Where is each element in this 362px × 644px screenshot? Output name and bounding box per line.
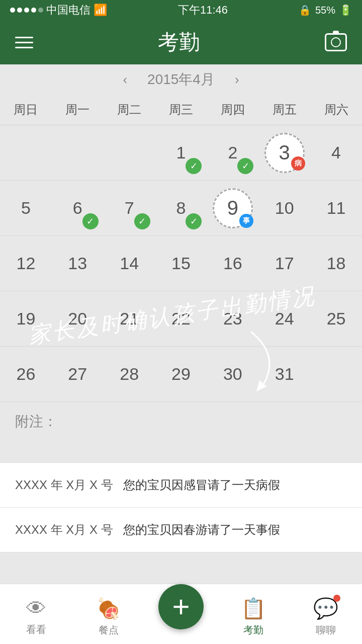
cal-day-24[interactable]: 24 [258, 291, 310, 347]
cal-day-7[interactable]: 7 ✓ [104, 181, 155, 236]
annotation-area: 附注： [0, 402, 362, 462]
cal-day-31[interactable]: 31 [258, 347, 310, 402]
cal-day-20[interactable]: 20 [52, 291, 104, 347]
date-circle-3: 3 病 [264, 133, 305, 173]
cal-day-10[interactable]: 10 [258, 181, 310, 236]
cal-day-27[interactable]: 27 [52, 347, 104, 402]
cal-day-17[interactable]: 17 [258, 236, 310, 291]
dot4 [31, 8, 36, 13]
weekday-tue: 周二 [104, 95, 155, 125]
prev-month-button[interactable]: ‹ [123, 72, 127, 88]
carrier-label: 中国电信 [46, 3, 90, 18]
menu-line-3 [15, 47, 33, 48]
cal-day-8[interactable]: 8 ✓ [155, 181, 207, 236]
weekday-sat: 周六 [310, 95, 362, 125]
dot3 [24, 8, 29, 13]
attendance-icon: 📋 [241, 597, 266, 620]
battery-icon: 🔋 [339, 4, 352, 16]
check-badge-7: ✓ [134, 213, 150, 229]
cal-cell-empty [104, 125, 155, 181]
nav-item-meal[interactable]: 🍖 餐点 [72, 592, 145, 637]
cal-cell-empty [0, 125, 52, 181]
menu-line-2 [15, 42, 33, 43]
weekday-mon: 周一 [52, 95, 104, 125]
nav-label-meal: 餐点 [99, 623, 119, 637]
nav-label-attendance: 考勤 [243, 623, 263, 637]
cal-day-30[interactable]: 30 [207, 347, 258, 402]
cal-cell-empty-end [310, 347, 362, 402]
menu-line-1 [15, 37, 33, 38]
weekday-thu: 周四 [207, 95, 258, 125]
chat-badge [333, 595, 340, 602]
nav-label-chat: 聊聊 [316, 623, 336, 637]
calendar-weekdays: 周日 周一 周二 周三 周四 周五 周六 [0, 95, 362, 125]
nav-label-look: 看看 [26, 623, 46, 636]
cal-day-18[interactable]: 18 [310, 236, 362, 291]
annotation-label: 附注： [15, 414, 57, 429]
cal-day-12[interactable]: 12 [0, 236, 52, 291]
cal-day-13[interactable]: 13 [52, 236, 104, 291]
dot2 [17, 8, 22, 13]
cal-day-9[interactable]: 9 事 [207, 181, 258, 236]
add-button[interactable]: + [158, 584, 204, 629]
cal-day-28[interactable]: 28 [104, 347, 155, 402]
menu-button[interactable] [15, 37, 33, 48]
notice-date-1: XXXX 年 X月 X 号 [15, 477, 113, 493]
calendar: 周日 周一 周二 周三 周四 周五 周六 1 ✓ 2 ✓ 3 病 4 [0, 95, 362, 402]
cal-day-23[interactable]: 23 [207, 291, 258, 347]
dot5 [38, 8, 43, 13]
date-circle-9: 9 事 [213, 188, 253, 228]
camera-icon[interactable] [325, 33, 347, 51]
wifi-icon: 📶 [94, 4, 107, 17]
cal-cell-empty [52, 125, 104, 181]
notice-date-2: XXXX 年 X月 X 号 [15, 522, 113, 538]
battery-label: 55% [315, 5, 335, 16]
meal-icon: 🍖 [96, 597, 121, 620]
cal-day-15[interactable]: 15 [155, 236, 207, 291]
cal-day-11[interactable]: 11 [310, 181, 362, 236]
cal-day-21[interactable]: 21 [104, 291, 155, 347]
time-display: 下午11:46 [178, 3, 228, 18]
page-title: 考勤 [158, 28, 200, 56]
cal-day-22[interactable]: 22 [155, 291, 207, 347]
dot1 [10, 8, 15, 13]
calendar-month-title: 2015年4月 [147, 70, 215, 89]
nav-item-look[interactable]: 👁 看看 [0, 592, 72, 636]
cal-day-4[interactable]: 4 [310, 125, 362, 181]
cal-day-6[interactable]: 6 ✓ [52, 181, 104, 236]
status-bar: 中国电信 📶 下午11:46 🔒 55% 🔋 [0, 0, 362, 20]
check-badge-2: ✓ [237, 158, 253, 174]
next-month-button[interactable]: › [235, 72, 239, 88]
cal-day-5[interactable]: 5 [0, 181, 52, 236]
sick-badge: 病 [291, 156, 305, 171]
header: 考勤 [0, 20, 362, 64]
cal-day-1[interactable]: 1 ✓ [155, 125, 207, 181]
cal-day-3[interactable]: 3 病 [258, 125, 310, 181]
cal-day-14[interactable]: 14 [104, 236, 155, 291]
chat-icon-wrapper: 💬 [313, 597, 338, 620]
cal-day-19[interactable]: 19 [0, 291, 52, 347]
status-right: 🔒 55% 🔋 [299, 4, 352, 16]
event-badge: 事 [239, 214, 253, 228]
notice-item-1[interactable]: XXXX 年 X月 X 号 您的宝贝因感冒请了一天病假 [0, 463, 362, 508]
cal-day-2[interactable]: 2 ✓ [207, 125, 258, 181]
nav-item-chat[interactable]: 💬 聊聊 [290, 592, 362, 637]
cal-day-16[interactable]: 16 [207, 236, 258, 291]
signal-dots [10, 8, 43, 13]
cal-day-25[interactable]: 25 [310, 291, 362, 347]
nav-item-add[interactable]: + [145, 599, 217, 629]
notice-content-2: 您的宝贝因春游请了一天事假 [123, 522, 280, 538]
calendar-body: 1 ✓ 2 ✓ 3 病 4 5 6 ✓ 7 ✓ 8 ✓ [0, 125, 362, 402]
cal-day-26[interactable]: 26 [0, 347, 52, 402]
notice-area: XXXX 年 X月 X 号 您的宝贝因感冒请了一天病假 XXXX 年 X月 X … [0, 462, 362, 552]
bottom-nav: 👁 看看 🍖 餐点 + 📋 考勤 💬 聊聊 [0, 584, 362, 644]
notice-content-1: 您的宝贝因感冒请了一天病假 [123, 477, 280, 493]
check-badge-1: ✓ [186, 158, 202, 174]
cal-day-29[interactable]: 29 [155, 347, 207, 402]
check-badge-6: ✓ [82, 213, 99, 229]
weekday-sun: 周日 [0, 95, 52, 125]
nav-item-attendance[interactable]: 📋 考勤 [217, 592, 290, 637]
notice-item-2[interactable]: XXXX 年 X月 X 号 您的宝贝因春游请了一天事假 [0, 508, 362, 552]
weekday-wed: 周三 [155, 95, 207, 125]
lock-icon: 🔒 [299, 4, 311, 16]
